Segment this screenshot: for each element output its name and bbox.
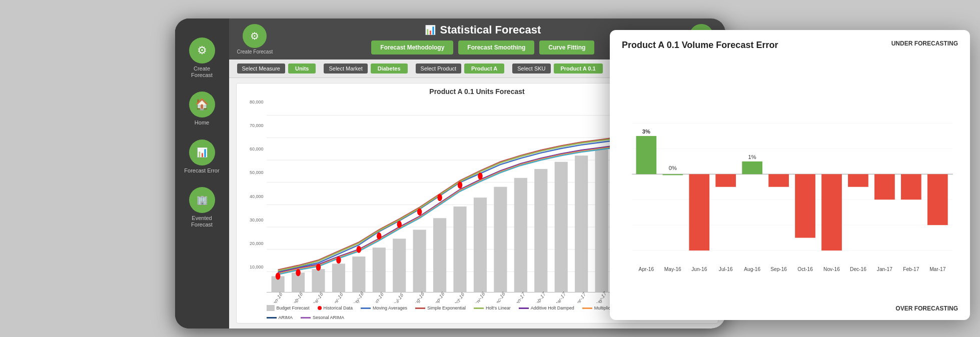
svg-text:1%: 1% [748, 154, 756, 160]
y-label-80k: 80,000 [250, 100, 264, 104]
evented-icon: 🏢 [189, 187, 215, 213]
legend-multiplicative-line [582, 308, 592, 309]
svg-rect-18 [453, 206, 466, 292]
svg-point-36 [397, 221, 402, 228]
forecast-error-icon: 📊 [189, 140, 215, 166]
toolbar-buttons: Forecast Methodology Forecast Smoothing … [371, 40, 594, 54]
bar-dec16 [848, 174, 868, 186]
svg-text:Mar-17: Mar-17 [929, 266, 946, 272]
market-selector: Select Market Diabetes [324, 64, 407, 74]
svg-rect-15 [393, 238, 406, 292]
svg-text:Sep-16: Sep-16 [770, 266, 787, 272]
bar-jan17 [874, 174, 895, 200]
sidebar-item-home[interactable]: 🏠 Home [180, 88, 225, 130]
y-label-40k: 40,000 [250, 194, 264, 199]
svg-rect-25 [595, 150, 608, 292]
legend-arima-label: ARIMA [279, 315, 293, 320]
sidebar-item-create-forecast[interactable]: ⚙ Create Forecast [180, 34, 225, 82]
legend-moving-avg-label: Moving Averages [373, 306, 407, 310]
svg-point-34 [356, 246, 361, 253]
sidebar-item-forecast-error[interactable]: 📊 Forecast Error [180, 136, 225, 178]
svg-point-33 [336, 256, 341, 264]
svg-point-39 [457, 182, 462, 188]
legend-simple-exp-line [415, 308, 425, 309]
svg-rect-11 [312, 269, 325, 292]
market-label: Select Market [324, 64, 367, 74]
legend-holts-linear-label: Holt's Linear [486, 306, 511, 310]
legend-budget-label: Budget Forecast [277, 306, 310, 310]
svg-rect-20 [494, 187, 507, 292]
svg-text:Jul-16: Jul-16 [719, 266, 733, 272]
svg-text:0%: 0% [669, 165, 677, 171]
market-value[interactable]: Diabetes [371, 64, 408, 74]
measure-label: Select Measure [237, 64, 285, 74]
sidebar-item-evented-forecast[interactable]: 🏢 Evented Forecast [180, 183, 225, 232]
svg-rect-21 [514, 178, 527, 292]
legend-historical: Historical Data [318, 305, 353, 311]
svg-text:-1%: -1% [774, 188, 784, 194]
sku-value[interactable]: Product A 0.1 [554, 64, 603, 74]
sidebar-label-home: Home [195, 120, 209, 126]
legend-additive-holt-label: Additive Holt Damped [531, 306, 574, 310]
bar-may16 [662, 174, 683, 175]
y-label-10k: 10,000 [250, 264, 264, 270]
create-forecast-icon[interactable]: ⚙ [243, 24, 267, 48]
bar-apr16 [636, 136, 657, 174]
y-label-30k: 30,000 [250, 218, 264, 222]
svg-point-32 [316, 264, 321, 270]
svg-rect-24 [575, 156, 588, 292]
fe-over-label: OVER FORECASTING [622, 305, 958, 312]
legend-simple-exp: Simple Exponential [415, 305, 466, 311]
svg-text:May-16: May-16 [664, 266, 681, 272]
sidebar-label-create-forecast: Create Forecast [183, 66, 222, 78]
sidebar: ⚙ Create Forecast 🏠 Home 📊 Forecast Erro… [175, 18, 229, 328]
product-label: Select Product [416, 64, 462, 74]
svg-rect-22 [534, 169, 547, 292]
svg-point-40 [478, 172, 483, 180]
bar-sep16 [768, 174, 789, 186]
svg-text:3%: 3% [642, 128, 650, 134]
svg-point-30 [275, 272, 280, 280]
svg-rect-12 [332, 264, 345, 292]
bar-nov16 [821, 174, 842, 250]
curve-fitting-button[interactable]: Curve Fitting [539, 40, 594, 54]
svg-rect-19 [473, 198, 486, 292]
bar-jul16 [715, 174, 736, 186]
legend-seasonal-arima: Sesonal ARIMA [301, 315, 344, 320]
svg-text:Aug-16: Aug-16 [744, 266, 760, 272]
sku-label: Select SKU [512, 64, 550, 74]
forecast-methodology-button[interactable]: Forecast Methodology [371, 40, 453, 54]
y-label-20k: 20,000 [250, 241, 264, 246]
legend-moving-avg: Moving Averages [361, 305, 407, 311]
legend-holts-linear-line [474, 308, 484, 309]
chart-bar-icon: 📊 [425, 24, 436, 36]
fe-chart-svg: 3% 0% -6% -1% 1% -1% -5% -6% -1% [622, 56, 958, 303]
measure-selector: Select Measure Units [237, 64, 316, 74]
forecast-smoothing-button[interactable]: Forecast Smoothing [458, 40, 534, 54]
fe-chart-body: 3% 0% -6% -1% 1% -1% -5% -6% -1% [622, 56, 958, 303]
sku-selector: Select SKU Product A 0.1 [512, 64, 602, 74]
svg-rect-13 [352, 256, 365, 292]
svg-text:-2%: -2% [879, 201, 889, 207]
svg-rect-14 [372, 248, 385, 292]
svg-rect-17 [433, 218, 446, 292]
svg-text:-6%: -6% [827, 252, 837, 258]
measure-value[interactable]: Units [288, 64, 316, 74]
app-title: Statistical Forecast [440, 24, 541, 36]
svg-text:-5%: -5% [800, 240, 810, 246]
svg-rect-23 [554, 162, 567, 292]
bar-feb17 [901, 174, 921, 200]
sidebar-label-forecast-error: Forecast Error [184, 168, 219, 174]
svg-point-37 [417, 208, 422, 216]
product-value[interactable]: Product A [464, 64, 504, 74]
svg-point-38 [437, 194, 442, 201]
create-forecast-area: ⚙ Create Forecast [237, 24, 273, 54]
legend-simple-exp-label: Simple Exponential [427, 306, 466, 310]
forecast-error-card: Product A 0.1 Volume Forecast Error UNDE… [610, 30, 970, 320]
legend-budget-bar [267, 305, 275, 311]
bar-mar17 [927, 174, 948, 225]
svg-text:Jan-17: Jan-17 [877, 266, 892, 272]
svg-text:Nov-16: Nov-16 [823, 266, 840, 272]
svg-text:-6%: -6% [694, 252, 704, 258]
svg-text:Dec-16: Dec-16 [850, 266, 866, 272]
